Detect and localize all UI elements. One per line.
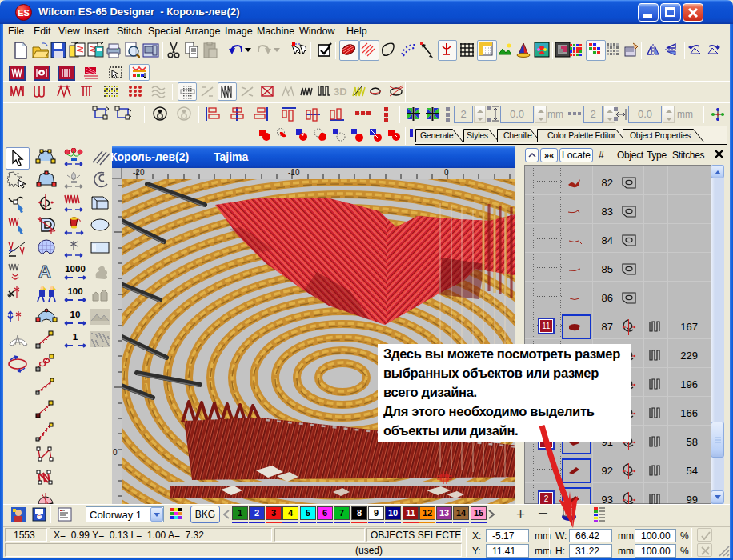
svg-text:100: 100 [67, 286, 82, 296]
svg-text:1000: 1000 [65, 264, 86, 274]
svg-text:C: C [38, 514, 42, 519]
svg-text:0: 0 [444, 168, 449, 177]
svg-text:10: 10 [70, 310, 81, 319]
svg-text:-20: -20 [133, 168, 145, 177]
svg-text:-10: -10 [288, 168, 300, 177]
svg-text:A: A [38, 262, 51, 282]
svg-text:1: 1 [73, 332, 78, 342]
